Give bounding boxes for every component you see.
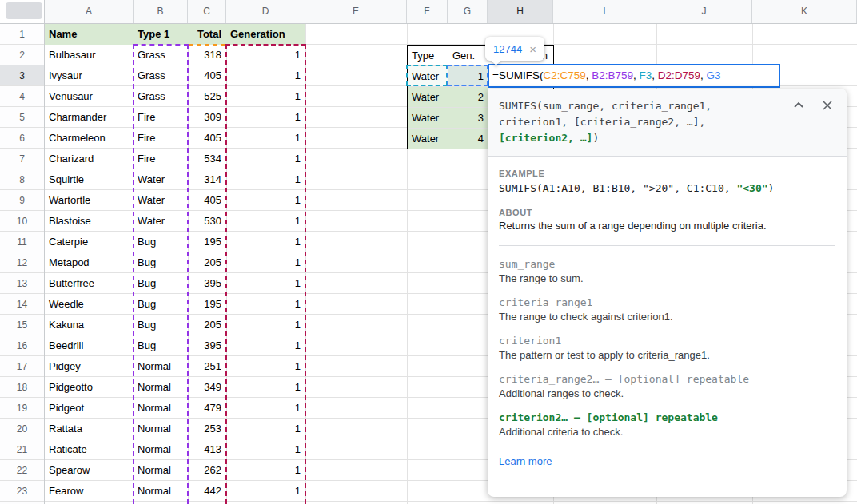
row-header-5[interactable]: 5	[0, 107, 44, 128]
row-header-17[interactable]: 17	[0, 356, 44, 377]
column-header-b[interactable]: B	[134, 0, 188, 23]
row-header-14[interactable]: 14	[0, 294, 44, 315]
left-table-cell[interactable]: Fire	[134, 107, 188, 128]
left-table-cell[interactable]: 262	[188, 460, 226, 481]
left-table-cell[interactable]: Normal	[134, 460, 188, 481]
left-table-cell[interactable]: 1	[226, 273, 305, 294]
left-table-cell[interactable]: 1	[226, 398, 305, 419]
row-header-15[interactable]: 15	[0, 315, 44, 335]
left-table-cell[interactable]: 205	[188, 252, 226, 273]
right-table-header[interactable]: Type	[408, 46, 448, 66]
left-table-cell[interactable]: Fire	[134, 149, 188, 169]
row-header-10[interactable]: 10	[0, 211, 44, 232]
left-table-cell[interactable]: 405	[188, 128, 226, 149]
left-table-cell[interactable]: 1	[226, 65, 305, 86]
left-table-cell[interactable]: Rattata	[45, 419, 134, 439]
left-table-cell[interactable]: Normal	[134, 439, 188, 460]
left-table-cell[interactable]: 1	[226, 356, 305, 377]
left-table-cell[interactable]: Charmander	[45, 107, 134, 128]
formula-edit-cell[interactable]: =SUMIFS(C2:C759, B2:B759, F3, D2:D759, G…	[488, 64, 780, 88]
left-table-cell[interactable]: Venusaur	[45, 86, 134, 107]
left-table-cell[interactable]: 405	[188, 190, 226, 211]
left-table-cell[interactable]: Pidgeotto	[45, 377, 134, 398]
left-table-cell[interactable]: 314	[188, 169, 226, 190]
left-table-cell[interactable]: 318	[188, 45, 226, 65]
right-table-cell[interactable]: 2	[448, 87, 488, 108]
left-table-cell[interactable]: 1	[226, 45, 305, 65]
left-table-cell[interactable]: Kakuna	[45, 315, 134, 335]
left-table-cell[interactable]: Wartortle	[45, 190, 134, 211]
left-table-cell[interactable]: Fire	[134, 128, 188, 149]
row-header-13[interactable]: 13	[0, 273, 44, 294]
left-table-cell[interactable]: Normal	[134, 398, 188, 419]
right-table-header[interactable]: Gen.	[448, 46, 488, 66]
left-table-header[interactable]: Generation	[226, 24, 305, 45]
row-header-20[interactable]: 20	[0, 419, 44, 439]
left-table-cell[interactable]: 1	[226, 419, 305, 439]
column-header-e[interactable]: E	[305, 0, 407, 23]
left-table-cell[interactable]: 309	[188, 107, 226, 128]
left-table-header[interactable]: Total	[188, 24, 226, 45]
select-all-corner[interactable]	[0, 0, 45, 24]
left-table-cell[interactable]: Bug	[134, 315, 188, 335]
left-table-cell[interactable]: Charmeleon	[45, 128, 134, 149]
right-table-cell[interactable]: Water	[408, 66, 448, 87]
row-header-12[interactable]: 12	[0, 252, 44, 273]
left-table-cell[interactable]: 405	[188, 65, 226, 86]
left-table-cell[interactable]: Squirtle	[45, 169, 134, 190]
learn-more-link[interactable]: Learn more	[499, 455, 552, 467]
left-table-cell[interactable]: 195	[188, 232, 226, 252]
left-table-cell[interactable]: Bug	[134, 273, 188, 294]
left-table-cell[interactable]: 395	[188, 335, 226, 356]
column-header-f[interactable]: F	[407, 0, 448, 23]
left-table-cell[interactable]: Caterpie	[45, 232, 134, 252]
left-table-cell[interactable]: 205	[188, 315, 226, 335]
left-table-cell[interactable]: 349	[188, 377, 226, 398]
row-header-6[interactable]: 6	[0, 128, 44, 149]
column-header-d[interactable]: D	[226, 0, 305, 23]
left-table-cell[interactable]: Beedrill	[45, 335, 134, 356]
column-header-j[interactable]: J	[656, 0, 752, 23]
row-header-21[interactable]: 21	[0, 439, 44, 460]
row-header-8[interactable]: 8	[0, 169, 44, 190]
close-icon[interactable]	[821, 99, 834, 112]
left-table-cell[interactable]: 1	[226, 211, 305, 232]
left-table-cell[interactable]: Ivysaur	[45, 65, 134, 86]
left-table-cell[interactable]: 413	[188, 439, 226, 460]
left-table-cell[interactable]: Spearow	[45, 460, 134, 481]
left-table-cell[interactable]: Weedle	[45, 294, 134, 315]
left-table-cell[interactable]: Bug	[134, 232, 188, 252]
left-table-cell[interactable]: 1	[226, 294, 305, 315]
left-table-cell[interactable]: 479	[188, 398, 226, 419]
left-table-cell[interactable]: 530	[188, 211, 226, 232]
left-table-cell[interactable]: Raticate	[45, 439, 134, 460]
row-header-22[interactable]: 22	[0, 460, 44, 481]
left-table-cell[interactable]: 534	[188, 149, 226, 169]
row-header-2[interactable]: 2	[0, 45, 44, 65]
left-table-cell[interactable]: Water	[134, 169, 188, 190]
column-header-i[interactable]: I	[553, 0, 656, 23]
left-table-cell[interactable]: 395	[188, 273, 226, 294]
right-table-cell[interactable]: Water	[408, 129, 448, 149]
left-table-cell[interactable]: 1	[226, 252, 305, 273]
left-table-cell[interactable]: Bug	[134, 252, 188, 273]
left-table-cell[interactable]: Normal	[134, 481, 188, 502]
left-table-cell[interactable]: 1	[226, 107, 305, 128]
left-table-cell[interactable]: Fearow	[45, 481, 134, 502]
left-table-cell[interactable]: 1	[226, 439, 305, 460]
left-table-cell[interactable]: Water	[134, 190, 188, 211]
close-icon[interactable]: ×	[529, 43, 536, 55]
left-table-cell[interactable]: 1	[226, 128, 305, 149]
left-table-cell[interactable]: 1	[226, 232, 305, 252]
left-table-cell[interactable]: 1	[226, 335, 305, 356]
column-header-h[interactable]: H	[488, 0, 553, 23]
right-table-cell[interactable]: Water	[408, 108, 448, 129]
left-table-cell[interactable]: Water	[134, 211, 188, 232]
left-table-cell[interactable]: 1	[226, 149, 305, 169]
left-table-header[interactable]: Type 1	[134, 24, 188, 45]
column-header-k[interactable]: K	[752, 0, 857, 23]
row-header-1[interactable]: 1	[0, 24, 44, 45]
row-header-19[interactable]: 19	[0, 398, 44, 419]
left-table-cell[interactable]: Charizard	[45, 149, 134, 169]
left-table-cell[interactable]: 442	[188, 481, 226, 502]
